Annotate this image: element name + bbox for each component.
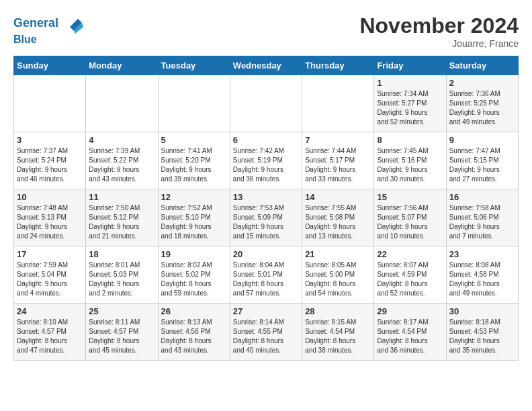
day-number: 23: [449, 249, 515, 259]
day-cell: 8Sunrise: 7:45 AM Sunset: 5:16 PM Daylig…: [374, 132, 446, 189]
location: Jouarre, France: [359, 38, 519, 49]
day-number: 7: [305, 135, 371, 145]
logo-text: General: [13, 13, 85, 34]
header-wednesday: Wednesday: [230, 56, 302, 75]
header-sunday: Sunday: [14, 56, 86, 75]
header-tuesday: Tuesday: [158, 56, 230, 75]
day-info: Sunrise: 7:34 AM Sunset: 5:27 PM Dayligh…: [377, 89, 443, 127]
day-cell: 30Sunrise: 8:18 AM Sunset: 4:53 PM Dayli…: [446, 304, 518, 361]
day-info: Sunrise: 7:50 AM Sunset: 5:12 PM Dayligh…: [89, 203, 154, 241]
day-info: Sunrise: 7:44 AM Sunset: 5:17 PM Dayligh…: [305, 146, 371, 184]
day-info: Sunrise: 8:10 AM Sunset: 4:57 PM Dayligh…: [17, 318, 83, 355]
page-header: General Blue November 2024 Jouarre, Fran…: [13, 13, 519, 49]
day-cell: 10Sunrise: 7:48 AM Sunset: 5:13 PM Dayli…: [14, 189, 86, 246]
day-number: 8: [377, 135, 443, 145]
day-info: Sunrise: 7:37 AM Sunset: 5:24 PM Dayligh…: [17, 146, 83, 184]
day-number: 10: [17, 192, 83, 202]
calendar-header: SundayMondayTuesdayWednesdayThursdayFrid…: [14, 56, 519, 75]
day-number: 13: [233, 192, 299, 202]
day-info: Sunrise: 7:55 AM Sunset: 5:08 PM Dayligh…: [305, 203, 371, 241]
day-number: 18: [89, 249, 154, 259]
logo-blue: Blue: [13, 34, 85, 46]
day-cell: 17Sunrise: 7:59 AM Sunset: 5:04 PM Dayli…: [14, 246, 86, 304]
day-info: Sunrise: 7:42 AM Sunset: 5:19 PM Dayligh…: [233, 146, 299, 184]
day-info: Sunrise: 7:39 AM Sunset: 5:22 PM Dayligh…: [89, 146, 154, 184]
day-number: 9: [449, 135, 515, 145]
day-cell: [230, 75, 302, 132]
day-cell: 13Sunrise: 7:53 AM Sunset: 5:09 PM Dayli…: [230, 189, 302, 246]
day-info: Sunrise: 8:02 AM Sunset: 5:02 PM Dayligh…: [161, 261, 227, 298]
day-number: 20: [233, 249, 299, 259]
day-cell: 1Sunrise: 7:34 AM Sunset: 5:27 PM Daylig…: [374, 75, 446, 132]
header-saturday: Saturday: [446, 56, 518, 75]
day-info: Sunrise: 7:48 AM Sunset: 5:13 PM Dayligh…: [17, 203, 83, 241]
week-row-3: 10Sunrise: 7:48 AM Sunset: 5:13 PM Dayli…: [14, 189, 519, 246]
day-cell: 26Sunrise: 8:13 AM Sunset: 4:56 PM Dayli…: [158, 304, 230, 361]
week-row-1: 1Sunrise: 7:34 AM Sunset: 5:27 PM Daylig…: [14, 75, 519, 132]
day-cell: 24Sunrise: 8:10 AM Sunset: 4:57 PM Dayli…: [14, 304, 86, 361]
day-cell: 12Sunrise: 7:52 AM Sunset: 5:10 PM Dayli…: [158, 189, 230, 246]
day-number: 16: [449, 192, 515, 202]
day-cell: 7Sunrise: 7:44 AM Sunset: 5:17 PM Daylig…: [302, 132, 374, 189]
day-number: 21: [305, 249, 371, 259]
day-number: 2: [449, 78, 515, 88]
month-title: November 2024: [359, 13, 519, 38]
header-thursday: Thursday: [302, 56, 374, 75]
day-cell: 29Sunrise: 8:17 AM Sunset: 4:54 PM Dayli…: [374, 304, 446, 361]
day-info: Sunrise: 7:45 AM Sunset: 5:16 PM Dayligh…: [377, 146, 443, 184]
day-cell: 3Sunrise: 7:37 AM Sunset: 5:24 PM Daylig…: [14, 132, 86, 189]
day-number: 5: [161, 135, 227, 145]
day-cell: [302, 75, 374, 132]
day-cell: 14Sunrise: 7:55 AM Sunset: 5:08 PM Dayli…: [302, 189, 374, 246]
day-info: Sunrise: 7:58 AM Sunset: 5:06 PM Dayligh…: [449, 203, 515, 241]
day-number: 12: [161, 192, 227, 202]
day-number: 3: [17, 135, 83, 145]
day-number: 15: [377, 192, 443, 202]
day-cell: 18Sunrise: 8:01 AM Sunset: 5:03 PM Dayli…: [86, 246, 158, 304]
week-row-2: 3Sunrise: 7:37 AM Sunset: 5:24 PM Daylig…: [14, 132, 519, 189]
day-cell: 19Sunrise: 8:02 AM Sunset: 5:02 PM Dayli…: [158, 246, 230, 304]
day-info: Sunrise: 8:05 AM Sunset: 5:00 PM Dayligh…: [305, 261, 371, 298]
header-friday: Friday: [374, 56, 446, 75]
day-cell: 2Sunrise: 7:36 AM Sunset: 5:25 PM Daylig…: [446, 75, 518, 132]
day-number: 4: [89, 135, 154, 145]
day-info: Sunrise: 7:52 AM Sunset: 5:10 PM Dayligh…: [161, 203, 227, 241]
week-row-5: 24Sunrise: 8:10 AM Sunset: 4:57 PM Dayli…: [14, 304, 519, 361]
day-cell: 27Sunrise: 8:14 AM Sunset: 4:55 PM Dayli…: [230, 304, 302, 361]
day-info: Sunrise: 8:07 AM Sunset: 4:59 PM Dayligh…: [377, 261, 443, 298]
day-cell: 4Sunrise: 7:39 AM Sunset: 5:22 PM Daylig…: [86, 132, 158, 189]
day-number: 1: [377, 78, 443, 88]
title-block: November 2024 Jouarre, France: [359, 13, 519, 49]
day-cell: [14, 75, 86, 132]
day-number: 17: [17, 249, 83, 259]
logo: General Blue: [13, 13, 85, 46]
day-number: 27: [233, 306, 299, 316]
day-number: 14: [305, 192, 371, 202]
day-number: 28: [305, 306, 371, 316]
day-cell: 23Sunrise: 8:08 AM Sunset: 4:58 PM Dayli…: [446, 246, 518, 304]
day-info: Sunrise: 8:01 AM Sunset: 5:03 PM Dayligh…: [89, 261, 154, 298]
header-row: SundayMondayTuesdayWednesdayThursdayFrid…: [14, 56, 519, 75]
day-cell: [158, 75, 230, 132]
day-number: 25: [89, 306, 154, 316]
day-info: Sunrise: 7:36 AM Sunset: 5:25 PM Dayligh…: [449, 89, 515, 127]
day-number: 6: [233, 135, 299, 145]
day-info: Sunrise: 8:13 AM Sunset: 4:56 PM Dayligh…: [161, 318, 227, 355]
day-info: Sunrise: 8:18 AM Sunset: 4:53 PM Dayligh…: [449, 318, 515, 355]
day-cell: 5Sunrise: 7:41 AM Sunset: 5:20 PM Daylig…: [158, 132, 230, 189]
day-cell: 21Sunrise: 8:05 AM Sunset: 5:00 PM Dayli…: [302, 246, 374, 304]
day-cell: 9Sunrise: 7:47 AM Sunset: 5:15 PM Daylig…: [446, 132, 518, 189]
day-cell: 11Sunrise: 7:50 AM Sunset: 5:12 PM Dayli…: [86, 189, 158, 246]
day-info: Sunrise: 7:59 AM Sunset: 5:04 PM Dayligh…: [17, 261, 83, 298]
calendar-body: 1Sunrise: 7:34 AM Sunset: 5:27 PM Daylig…: [14, 75, 519, 361]
day-info: Sunrise: 7:41 AM Sunset: 5:20 PM Dayligh…: [161, 146, 227, 184]
week-row-4: 17Sunrise: 7:59 AM Sunset: 5:04 PM Dayli…: [14, 246, 519, 304]
day-cell: [86, 75, 158, 132]
day-info: Sunrise: 7:47 AM Sunset: 5:15 PM Dayligh…: [449, 146, 515, 184]
day-number: 29: [377, 306, 443, 316]
calendar-table: SundayMondayTuesdayWednesdayThursdayFrid…: [13, 56, 519, 361]
day-info: Sunrise: 8:08 AM Sunset: 4:58 PM Dayligh…: [449, 261, 515, 298]
header-monday: Monday: [86, 56, 158, 75]
day-cell: 22Sunrise: 8:07 AM Sunset: 4:59 PM Dayli…: [374, 246, 446, 304]
day-cell: 15Sunrise: 7:56 AM Sunset: 5:07 PM Dayli…: [374, 189, 446, 246]
